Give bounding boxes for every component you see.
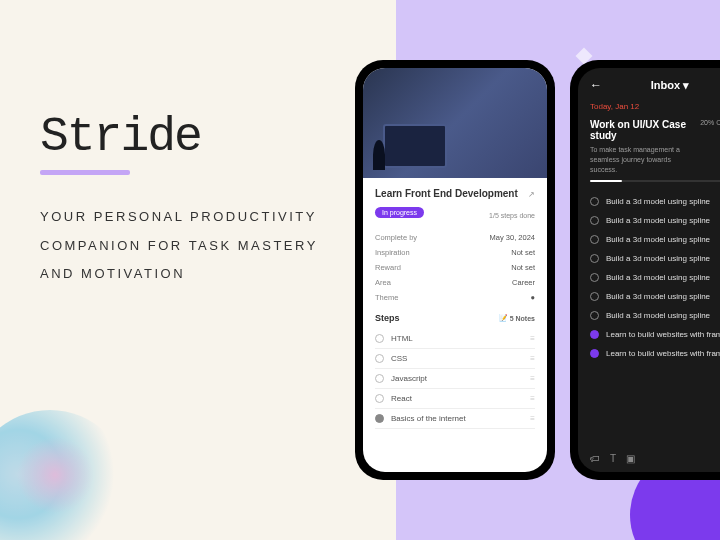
step-checkbox-icon[interactable] bbox=[375, 394, 384, 403]
subtask-checkbox-icon[interactable] bbox=[590, 292, 599, 301]
task-title: Work on UI/UX Case study bbox=[590, 119, 700, 141]
meta-value: May 30, 2024 bbox=[490, 233, 535, 242]
tag-icon[interactable]: 🏷 bbox=[590, 453, 600, 464]
step-name: CSS bbox=[391, 354, 530, 363]
progress-label: 20% Completed bbox=[700, 119, 720, 126]
subtask-item[interactable]: Build a 3d model using spline bbox=[578, 211, 720, 230]
status-badge: In progress bbox=[375, 207, 424, 218]
subtask-name: Build a 3d model using spline bbox=[606, 292, 710, 301]
subtask-name: Build a 3d model using spline bbox=[606, 197, 710, 206]
subtask-checkbox-icon[interactable] bbox=[590, 254, 599, 263]
marketing-copy: Stride YOUR PERSONAL PRODUCTIVITY COMPAN… bbox=[40, 110, 340, 289]
subtask-checkbox-icon[interactable] bbox=[590, 216, 599, 225]
steps-heading: Steps bbox=[375, 313, 400, 323]
step-item[interactable]: CSS≡ bbox=[375, 349, 535, 369]
tagline: YOUR PERSONAL PRODUCTIVITY COMPANION FOR… bbox=[40, 203, 340, 289]
subtask-name: Build a 3d model using spline bbox=[606, 235, 710, 244]
subtask-checkbox-icon[interactable] bbox=[590, 349, 599, 358]
meta-value: Not set bbox=[511, 248, 535, 257]
notes-count[interactable]: 📝 5 Notes bbox=[499, 314, 535, 322]
meta-label: Inspiration bbox=[375, 248, 410, 257]
step-item[interactable]: HTML≡ bbox=[375, 329, 535, 349]
progress-bar bbox=[590, 180, 720, 182]
step-checkbox-icon[interactable] bbox=[375, 374, 384, 383]
step-name: React bbox=[391, 394, 530, 403]
goal-title: Learn Front End Development bbox=[375, 188, 518, 199]
subtask-checkbox-icon[interactable] bbox=[590, 235, 599, 244]
drag-handle-icon[interactable]: ≡ bbox=[530, 394, 535, 403]
step-item[interactable]: Basics of the internet≡ bbox=[375, 409, 535, 429]
text-icon[interactable]: T bbox=[610, 453, 616, 464]
drag-handle-icon[interactable]: ≡ bbox=[530, 414, 535, 423]
decoration-watercolor bbox=[0, 410, 130, 540]
image-icon[interactable]: ▣ bbox=[626, 453, 635, 464]
subtask-checkbox-icon[interactable] bbox=[590, 330, 599, 339]
drag-handle-icon[interactable]: ≡ bbox=[530, 334, 535, 343]
task-description: To make task management a seamless journ… bbox=[590, 145, 700, 174]
subtask-name: Build a 3d model using spline bbox=[606, 273, 710, 282]
meta-row[interactable]: Theme● bbox=[375, 290, 535, 305]
expand-icon[interactable]: ↗ bbox=[528, 190, 535, 199]
steps-progress: 1/5 steps done bbox=[489, 212, 535, 219]
date-label: Today, Jan 12 bbox=[578, 102, 720, 119]
brand-underline bbox=[40, 170, 130, 175]
subtask-name: Build a 3d model using spline bbox=[606, 216, 710, 225]
subtask-item[interactable]: Learn to build websites with framer bbox=[578, 325, 720, 344]
subtask-name: Learn to build websites with framer bbox=[606, 330, 720, 339]
subtask-name: Build a 3d model using spline bbox=[606, 254, 710, 263]
step-name: Javascript bbox=[391, 374, 530, 383]
drag-handle-icon[interactable]: ≡ bbox=[530, 374, 535, 383]
meta-row[interactable]: Complete byMay 30, 2024 bbox=[375, 230, 535, 245]
subtask-checkbox-icon[interactable] bbox=[590, 197, 599, 206]
subtask-item[interactable]: Build a 3d model using spline bbox=[578, 192, 720, 211]
meta-value: ● bbox=[530, 293, 535, 302]
step-item[interactable]: React≡ bbox=[375, 389, 535, 409]
subtask-name: Build a 3d model using spline bbox=[606, 311, 710, 320]
step-checkbox-icon[interactable] bbox=[375, 354, 384, 363]
meta-row[interactable]: InspirationNot set bbox=[375, 245, 535, 260]
meta-value: Not set bbox=[511, 263, 535, 272]
bottom-toolbar: 🏷 T ▣ bbox=[590, 453, 635, 464]
subtask-item[interactable]: Build a 3d model using spline bbox=[578, 287, 720, 306]
phone-mockup-dark: ← Inbox ▾ ⋮ Today, Jan 12 Work on UI/UX … bbox=[570, 60, 720, 480]
step-name: Basics of the internet bbox=[391, 414, 530, 423]
phone-mockup-light: ← Learn Front End Development ↗ In progr… bbox=[355, 60, 555, 480]
subtask-name: Learn to build websites with framer bbox=[606, 349, 720, 358]
meta-value: Career bbox=[512, 278, 535, 287]
step-checkbox-icon[interactable] bbox=[375, 414, 384, 423]
step-item[interactable]: Javascript≡ bbox=[375, 369, 535, 389]
meta-label: Area bbox=[375, 278, 391, 287]
meta-label: Complete by bbox=[375, 233, 417, 242]
goal-hero-image bbox=[363, 68, 547, 178]
subtask-item[interactable]: Build a 3d model using spline bbox=[578, 230, 720, 249]
meta-label: Theme bbox=[375, 293, 398, 302]
subtask-checkbox-icon[interactable] bbox=[590, 311, 599, 320]
step-name: HTML bbox=[391, 334, 530, 343]
back-arrow-icon[interactable]: ← bbox=[590, 78, 602, 92]
subtask-item[interactable]: Build a 3d model using spline bbox=[578, 249, 720, 268]
subtask-checkbox-icon[interactable] bbox=[590, 273, 599, 282]
drag-handle-icon[interactable]: ≡ bbox=[530, 354, 535, 363]
subtask-item[interactable]: Build a 3d model using spline bbox=[578, 306, 720, 325]
subtask-item[interactable]: Build a 3d model using spline bbox=[578, 268, 720, 287]
inbox-title: Inbox ▾ bbox=[651, 79, 689, 92]
step-checkbox-icon[interactable] bbox=[375, 334, 384, 343]
meta-row[interactable]: AreaCareer bbox=[375, 275, 535, 290]
meta-label: Reward bbox=[375, 263, 401, 272]
brand-title: Stride bbox=[40, 110, 340, 164]
meta-row[interactable]: RewardNot set bbox=[375, 260, 535, 275]
subtask-item[interactable]: Learn to build websites with framer bbox=[578, 344, 720, 363]
